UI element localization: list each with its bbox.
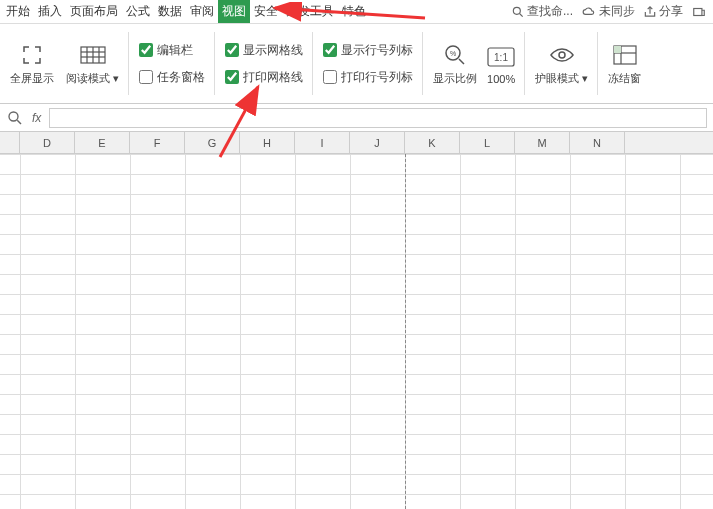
col-header[interactable]: F xyxy=(130,132,185,153)
chk-show-headings-input[interactable] xyxy=(323,43,337,57)
formula-bar: fx xyxy=(0,104,713,132)
svg-text:%: % xyxy=(450,50,456,57)
fullscreen-button[interactable]: 全屏显示 xyxy=(6,39,58,88)
svg-point-14 xyxy=(559,52,565,58)
chk-print-grid-input[interactable] xyxy=(225,70,239,84)
col-header[interactable]: L xyxy=(460,132,515,153)
fullscreen-icon xyxy=(18,41,46,69)
menu-security[interactable]: 安全 xyxy=(250,0,282,23)
chk-show-grid[interactable]: 显示网格线 xyxy=(221,40,307,61)
col-header[interactable]: N xyxy=(570,132,625,153)
fx-label: fx xyxy=(32,111,41,125)
formula-input[interactable] xyxy=(49,108,707,128)
zoom-100-button[interactable]: 1:1 100% xyxy=(483,41,519,87)
zoom-ratio-button[interactable]: % 显示比例 xyxy=(429,39,481,88)
menu-insert[interactable]: 插入 xyxy=(34,0,66,23)
svg-rect-18 xyxy=(614,46,621,53)
svg-point-19 xyxy=(9,112,18,121)
zoom-100-label: 100% xyxy=(487,73,515,85)
search-placeholder: 查找命... xyxy=(527,3,573,20)
chk-formula-bar-input[interactable] xyxy=(139,43,153,57)
column-headers: D E F G H I J K L M N xyxy=(0,132,713,154)
col-header[interactable]: G xyxy=(185,132,240,153)
col-header[interactable]: J xyxy=(350,132,405,153)
menu-review[interactable]: 审阅 xyxy=(186,0,218,23)
freeze-icon xyxy=(611,41,639,69)
eye-icon xyxy=(548,41,576,69)
svg-point-0 xyxy=(513,7,520,14)
svg-rect-2 xyxy=(694,8,702,15)
share-button[interactable]: 分享 xyxy=(643,3,683,20)
page-break-line xyxy=(405,154,406,509)
eye-mode-label: 护眼模式 ▾ xyxy=(535,71,588,86)
col-header[interactable]: M xyxy=(515,132,570,153)
ribbon-toolbar: 全屏显示 阅读模式 ▾ 编辑栏 任务窗格 显示网格线 打印网格线 显示行号列标 … xyxy=(0,24,713,104)
search-icon xyxy=(511,5,525,19)
menu-special[interactable]: 特色 xyxy=(338,0,370,23)
col-header[interactable]: E xyxy=(75,132,130,153)
menu-view[interactable]: 视图 xyxy=(218,0,250,23)
readmode-button[interactable]: 阅读模式 ▾ xyxy=(62,39,123,88)
chk-formula-bar[interactable]: 编辑栏 xyxy=(135,40,209,61)
freeze-label: 冻结窗 xyxy=(608,71,641,86)
spreadsheet-grid[interactable]: D E F G H I J K L M N xyxy=(0,132,713,509)
name-box-zoom-icon[interactable] xyxy=(6,109,24,127)
chk-print-grid[interactable]: 打印网格线 xyxy=(221,67,307,88)
share-label: 分享 xyxy=(659,3,683,20)
menu-devtools[interactable]: 开发工具 xyxy=(282,0,338,23)
col-header[interactable]: K xyxy=(405,132,460,153)
chk-task-pane[interactable]: 任务窗格 xyxy=(135,67,209,88)
menu-formula[interactable]: 公式 xyxy=(122,0,154,23)
menu-page-layout[interactable]: 页面布局 xyxy=(66,0,122,23)
menu-bar: 开始 插入 页面布局 公式 数据 审阅 视图 安全 开发工具 特色 查找命...… xyxy=(0,0,713,24)
select-all-corner[interactable] xyxy=(0,132,20,153)
col-header[interactable]: I xyxy=(295,132,350,153)
col-header[interactable]: D xyxy=(20,132,75,153)
sync-label: 未同步 xyxy=(599,3,635,20)
eye-mode-button[interactable]: 护眼模式 ▾ xyxy=(531,39,592,88)
readmode-icon xyxy=(79,41,107,69)
menu-data[interactable]: 数据 xyxy=(154,0,186,23)
chk-show-headings[interactable]: 显示行号列标 xyxy=(319,40,417,61)
svg-line-10 xyxy=(459,59,464,64)
zoom-icon: % xyxy=(441,41,469,69)
grid-body[interactable] xyxy=(0,154,713,509)
readmode-label: 阅读模式 ▾ xyxy=(66,71,119,86)
gridlines xyxy=(0,154,713,509)
col-header[interactable]: H xyxy=(240,132,295,153)
cloud-icon xyxy=(581,5,597,19)
menu-start[interactable]: 开始 xyxy=(2,0,34,23)
fullscreen-label: 全屏显示 xyxy=(10,71,54,86)
sync-status[interactable]: 未同步 xyxy=(581,3,635,20)
chk-task-pane-input[interactable] xyxy=(139,70,153,84)
chk-show-grid-input[interactable] xyxy=(225,43,239,57)
more-icon[interactable] xyxy=(691,5,707,19)
chk-print-headings-input[interactable] xyxy=(323,70,337,84)
zoom-ratio-label: 显示比例 xyxy=(433,71,477,86)
zoom-100-icon: 1:1 xyxy=(487,43,515,71)
svg-line-1 xyxy=(520,13,523,16)
freeze-button[interactable]: 冻结窗 xyxy=(604,39,645,88)
svg-text:1:1: 1:1 xyxy=(494,52,508,63)
chk-print-headings[interactable]: 打印行号列标 xyxy=(319,67,417,88)
menu-right: 查找命... 未同步 分享 xyxy=(511,3,711,20)
svg-line-20 xyxy=(17,120,21,124)
search-box[interactable]: 查找命... xyxy=(511,3,573,20)
share-icon xyxy=(643,5,657,19)
